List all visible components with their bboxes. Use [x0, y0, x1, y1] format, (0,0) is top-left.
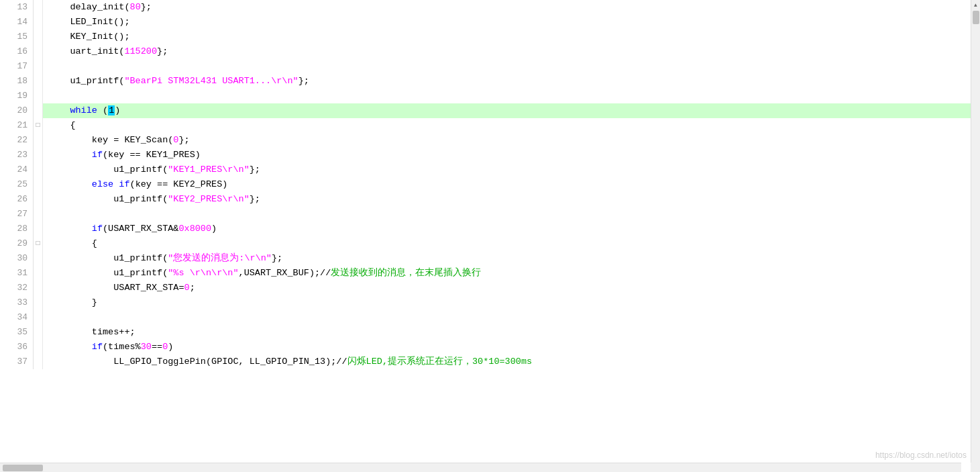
fold-indicator [34, 207, 43, 222]
line-number: 34 [0, 310, 34, 325]
code-line: 13 delay_init(80}; [0, 0, 971, 15]
code-line: 34 [0, 310, 971, 325]
code-text[interactable]: if(key == KEY1_PRES) [43, 148, 971, 162]
code-line: 30 u1_printf("您发送的消息为:\r\n"}; [0, 251, 971, 266]
keyword: if [92, 150, 103, 160]
code-line: 25 else if(key == KEY2_PRES) [0, 177, 971, 192]
code-line: 27 [0, 207, 971, 222]
line-number: 27 [0, 207, 34, 222]
line-number: 26 [0, 192, 34, 207]
fold-indicator [34, 192, 43, 207]
number-literal: 0 [184, 283, 190, 293]
code-text[interactable]: else if(key == KEY2_PRES) [43, 177, 971, 192]
string-literal: "KEY1_PRES\r\n" [168, 164, 250, 175]
code-text[interactable]: USART_RX_STA=0; [43, 281, 971, 295]
vertical-scrollbar[interactable]: ▲ ▼ [971, 0, 980, 472]
line-number: 33 [0, 295, 34, 310]
line-number: 35 [0, 325, 34, 340]
fold-indicator [34, 74, 43, 89]
fold-indicator [34, 251, 43, 266]
keyword: if [92, 224, 103, 234]
code-line: 17 [0, 59, 971, 74]
code-text[interactable]: if(USART_RX_STA&0x8000) [43, 222, 971, 236]
fold-indicator [34, 44, 43, 59]
code-text[interactable] [43, 310, 971, 325]
code-line: 19 [0, 89, 971, 103]
scrollbar-corner [971, 463, 980, 472]
code-line: 23 if(key == KEY1_PRES) [0, 148, 971, 162]
number-literal: 30 [141, 342, 152, 352]
code-line: 32 USART_RX_STA=0; [0, 281, 971, 295]
code-line: 35 times++; [0, 325, 971, 340]
code-text[interactable] [43, 89, 971, 103]
code-line: 28 if(USART_RX_STA&0x8000) [0, 222, 971, 236]
line-number: 16 [0, 44, 34, 59]
code-text[interactable] [43, 59, 971, 74]
code-line: 29□ { [0, 236, 971, 251]
fold-indicator [34, 310, 43, 325]
code-text[interactable]: u1_printf("您发送的消息为:\r\n"}; [43, 251, 971, 266]
fold-indicator [34, 30, 43, 44]
line-number: 23 [0, 148, 34, 162]
line-number: 14 [0, 15, 34, 30]
line-number: 20 [0, 103, 34, 118]
line-number: 28 [0, 222, 34, 236]
line-number: 18 [0, 74, 34, 89]
fold-indicator [34, 148, 43, 162]
fold-indicator [34, 281, 43, 295]
string-literal: "%s \r\n\r\n" [168, 268, 238, 278]
string-literal: "KEY2_PRES\r\n" [168, 194, 250, 204]
fold-indicator [34, 295, 43, 310]
horizontal-scrollbar[interactable] [0, 463, 961, 472]
v-scrollbar-thumb[interactable] [973, 11, 979, 24]
code-text[interactable]: if(times%30==0) [43, 340, 971, 355]
code-text[interactable]: { [43, 118, 971, 133]
code-text[interactable]: LED_Init(); [43, 15, 971, 30]
code-text[interactable]: key = KEY_Scan(0}; [43, 133, 971, 148]
code-line: 14 LED_Init(); [0, 15, 971, 30]
keyword: if [119, 179, 129, 189]
code-line: 20 while (1) [0, 103, 971, 118]
fold-indicator[interactable]: □ [34, 236, 43, 251]
code-line: 22 key = KEY_Scan(0}; [0, 133, 971, 148]
watermark: https://blog.csdn.net/iotos [875, 451, 967, 460]
number-literal: 115200 [124, 46, 157, 56]
code-text[interactable]: { [43, 236, 971, 251]
scroll-up-arrow[interactable]: ▲ [971, 0, 980, 9]
line-number: 37 [0, 355, 34, 369]
code-line: 21□ { [0, 118, 971, 133]
code-text[interactable]: delay_init(80}; [43, 0, 971, 15]
line-number: 25 [0, 177, 34, 192]
code-text[interactable]: LL_GPIO_TogglePin(GPIOC, LL_GPIO_PIN_13)… [43, 355, 971, 369]
fold-indicator[interactable]: □ [34, 118, 43, 133]
code-text[interactable]: u1_printf("%s \r\n\r\n",USART_RX_BUF);//… [43, 266, 971, 281]
code-editor: 13 delay_init(80};14 LED_Init();15 KEY_I… [0, 0, 980, 472]
line-number: 31 [0, 266, 34, 281]
line-number: 21 [0, 118, 34, 133]
code-text[interactable]: uart_init(115200}; [43, 44, 971, 59]
code-text[interactable]: KEY_Init(); [43, 30, 971, 44]
number-literal: 0x8000 [178, 224, 211, 234]
code-line: 33 } [0, 295, 971, 310]
code-line: 37 LL_GPIO_TogglePin(GPIOC, LL_GPIO_PIN_… [0, 355, 971, 369]
code-text[interactable]: u1_printf("BearPi STM32L431 USART1...\r\… [43, 74, 971, 89]
code-text[interactable]: times++; [43, 325, 971, 340]
fold-indicator [34, 266, 43, 281]
comment: 发送接收到的消息，在末尾插入换行 [331, 268, 481, 278]
code-line: 36 if(times%30==0) [0, 340, 971, 355]
code-text[interactable]: } [43, 295, 971, 310]
h-scrollbar-thumb[interactable] [3, 465, 43, 471]
line-number: 13 [0, 0, 34, 15]
code-text[interactable]: u1_printf("KEY2_PRES\r\n"}; [43, 192, 971, 207]
string-literal: "BearPi STM32L431 USART1...\r\n" [124, 76, 298, 86]
code-text[interactable]: while (1) [43, 103, 971, 118]
code-area[interactable]: 13 delay_init(80};14 LED_Init();15 KEY_I… [0, 0, 971, 472]
code-text[interactable]: u1_printf("KEY1_PRES\r\n"}; [43, 162, 971, 177]
line-number: 29 [0, 236, 34, 251]
code-text[interactable] [43, 207, 971, 222]
fold-indicator [34, 162, 43, 177]
number-literal: 0 [162, 342, 168, 352]
fold-indicator [34, 222, 43, 236]
line-number: 15 [0, 30, 34, 44]
keyword: else [92, 179, 113, 189]
